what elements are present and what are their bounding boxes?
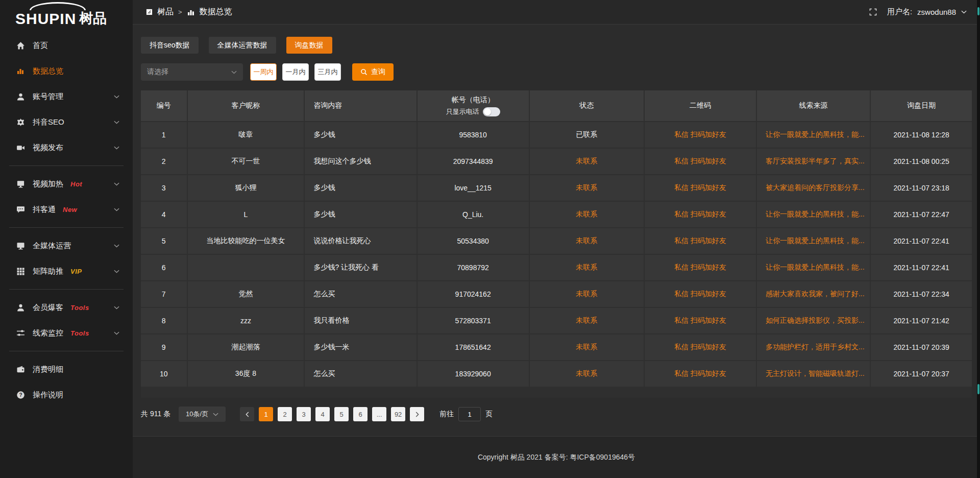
toggle-knob bbox=[484, 108, 491, 115]
source-link[interactable]: 如何正确选择投影仪，买投影... bbox=[766, 316, 865, 325]
qr-add-friend-link[interactable]: 私信 扫码加好友 bbox=[674, 210, 726, 219]
sidebar-item-member-burst[interactable]: 会员爆客 Tools bbox=[0, 295, 133, 320]
cell-content: 多少钱? 让我死心 看 bbox=[305, 255, 416, 280]
goto-page-input[interactable] bbox=[458, 407, 481, 421]
source-link[interactable]: 无主灯设计，智能磁吸轨道灯... bbox=[766, 369, 865, 378]
sidebar-item-home[interactable]: 首页 bbox=[0, 33, 133, 58]
column-header-nickname: 客户昵称 bbox=[188, 90, 304, 121]
cell-account: 2097344839 bbox=[418, 149, 529, 174]
period-button-1[interactable]: 一月内 bbox=[282, 63, 309, 81]
page-button-92[interactable]: 92 bbox=[391, 407, 405, 421]
sidebar-item-label: 会员爆客 bbox=[33, 303, 63, 313]
cell-status: 未联系 bbox=[530, 308, 644, 333]
cell-date: 2021-11-07 21:42 bbox=[871, 308, 972, 333]
filter-select[interactable]: 请选择 bbox=[141, 63, 243, 81]
sidebar-item-matrix-boost[interactable]: 矩阵助推 VIP bbox=[0, 258, 133, 284]
cell-number: 8 bbox=[141, 308, 187, 333]
source-link[interactable]: 让你一眼就爱上的黑科技，能... bbox=[766, 130, 865, 139]
cell-date: 2021-11-07 22:41 bbox=[871, 228, 972, 254]
breadcrumb-root[interactable]: 树品 bbox=[157, 7, 174, 17]
qr-add-friend-link[interactable]: 私信 扫码加好友 bbox=[674, 316, 726, 325]
sidebar-divider bbox=[9, 351, 124, 351]
scrollbar-thumb-bottom[interactable] bbox=[977, 384, 979, 394]
qr-add-friend-link[interactable]: 私信 扫码加好友 bbox=[674, 343, 726, 352]
sidebar-item-video-heat[interactable]: 视频加热 Hot bbox=[0, 171, 133, 197]
qr-add-friend-link[interactable]: 私信 扫码加好友 bbox=[674, 263, 726, 272]
sidebar-item-douyin-seo[interactable]: 抖音SEO bbox=[0, 109, 133, 135]
page-button-6[interactable]: 6 bbox=[353, 407, 368, 421]
scrollbar[interactable] bbox=[977, 0, 980, 478]
page-button-4[interactable]: 4 bbox=[315, 407, 330, 421]
source-link[interactable]: 多功能护栏灯，适用于乡村文... bbox=[766, 343, 865, 352]
bar-chart-icon bbox=[16, 67, 25, 76]
table-row: 6 多少钱? 让我死心 看 70898792 未联系 私信 扫码加好友 让你一眼… bbox=[141, 255, 972, 280]
header-right: 用户名: zswodun88 bbox=[869, 7, 967, 17]
sidebar-item-media-operation[interactable]: 全媒体运营 bbox=[0, 233, 133, 258]
next-page-button[interactable] bbox=[410, 407, 424, 421]
cell-source: 无主灯设计，智能磁吸轨道灯... bbox=[757, 361, 870, 387]
source-link[interactable]: 让你一眼就爱上的黑科技，能... bbox=[766, 210, 865, 219]
page-size-select[interactable]: 10条/页 bbox=[179, 407, 226, 422]
chevron-down-icon bbox=[114, 208, 119, 211]
cell-nickname: 潮起潮落 bbox=[188, 334, 304, 360]
sidebar-item-data-overview[interactable]: 数据总览 bbox=[0, 58, 133, 84]
page-size-value: 10条/页 bbox=[186, 410, 208, 419]
tab-0[interactable]: 抖音seo数据 bbox=[141, 37, 199, 54]
cell-qrcode: 私信 扫码加好友 bbox=[645, 281, 756, 307]
page-button-1[interactable]: 1 bbox=[259, 407, 273, 421]
cell-qrcode: 私信 扫码加好友 bbox=[645, 308, 756, 333]
sidebar-item-label: 消费明细 bbox=[33, 365, 63, 374]
chevron-down-icon[interactable] bbox=[961, 10, 967, 14]
table-row: 7 觉然 怎么买 917024162 未联系 私信 扫码加好友 感谢大家喜欢我家… bbox=[141, 281, 972, 307]
source-link[interactable]: 被大家追着问的客厅投影分享... bbox=[766, 183, 865, 193]
period-button-0[interactable]: 一周内 bbox=[250, 63, 277, 81]
sidebar-item-video-publish[interactable]: 视频发布 bbox=[0, 135, 133, 160]
cell-source: 让你一眼就爱上的黑科技，能... bbox=[757, 202, 870, 227]
qr-add-friend-link[interactable]: 私信 扫码加好友 bbox=[674, 290, 726, 299]
cell-source: 客厅安装投影半年多了，真实... bbox=[757, 149, 870, 174]
qr-add-friend-link[interactable]: 私信 扫码加好友 bbox=[674, 369, 726, 378]
cell-status: 已联系 bbox=[530, 122, 644, 148]
username-value[interactable]: zswodun88 bbox=[917, 8, 956, 16]
page-button-5[interactable]: 5 bbox=[334, 407, 349, 421]
column-header-account: 帐号（电话） 只显示电话 bbox=[418, 90, 529, 121]
tab-1[interactable]: 全媒体运营数据 bbox=[209, 37, 276, 54]
fullscreen-icon[interactable] bbox=[869, 8, 877, 16]
breadcrumb-separator: > bbox=[178, 8, 182, 16]
page-unit-label: 页 bbox=[485, 410, 493, 419]
member-icon bbox=[16, 303, 25, 312]
cell-content: 多少钱 bbox=[305, 175, 416, 201]
cell-nickname: L bbox=[188, 202, 304, 227]
qr-add-friend-link[interactable]: 私信 扫码加好友 bbox=[674, 183, 726, 193]
phone-only-toggle[interactable] bbox=[483, 107, 500, 116]
source-link[interactable]: 让你一眼就爱上的黑科技，能... bbox=[766, 263, 865, 272]
qr-add-friend-link[interactable]: 私信 扫码加好友 bbox=[674, 236, 726, 246]
sidebar-item-clue-monitor[interactable]: 线索监控 Tools bbox=[0, 320, 133, 346]
sliders-icon bbox=[16, 329, 25, 338]
chevron-down-icon bbox=[213, 413, 218, 416]
source-link[interactable]: 客厅安装投影半年多了，真实... bbox=[766, 157, 865, 166]
source-link[interactable]: 感谢大家喜欢我家，被问了好... bbox=[766, 290, 865, 299]
page-button-3[interactable]: 3 bbox=[297, 407, 311, 421]
sidebar-item-douketong[interactable]: 抖客通 New bbox=[0, 197, 133, 222]
qr-add-friend-link[interactable]: 私信 扫码加好友 bbox=[674, 157, 726, 166]
period-button-2[interactable]: 三月内 bbox=[314, 63, 341, 81]
query-button[interactable]: 查询 bbox=[352, 63, 394, 81]
cell-date: 2021-11-07 22:41 bbox=[871, 255, 972, 280]
page-ellipsis-button[interactable]: ... bbox=[372, 407, 386, 421]
cell-qrcode: 私信 扫码加好友 bbox=[645, 149, 756, 174]
sidebar-item-label: 首页 bbox=[33, 41, 48, 51]
cell-account: Q_Liu. bbox=[418, 202, 529, 227]
prev-page-button[interactable] bbox=[240, 407, 254, 421]
scrollbar-thumb-top[interactable] bbox=[977, 7, 979, 15]
footer: Copyright 树品 2021 备案号: 粤ICP备09019646号 bbox=[133, 436, 980, 478]
qr-add-friend-link[interactable]: 私信 扫码加好友 bbox=[674, 130, 726, 139]
sidebar-item-consume-detail[interactable]: 消费明细 bbox=[0, 356, 133, 382]
tab-2[interactable]: 询盘数据 bbox=[286, 37, 332, 54]
sidebar-item-account-manage[interactable]: 账号管理 bbox=[0, 84, 133, 109]
column-header-source: 线索来源 bbox=[757, 90, 870, 121]
sidebar-item-help[interactable]: ? 操作说明 bbox=[0, 382, 133, 408]
page-buttons: 123456...92 bbox=[259, 407, 405, 421]
page-button-2[interactable]: 2 bbox=[278, 407, 292, 421]
source-link[interactable]: 让你一眼就爱上的黑科技，能... bbox=[766, 236, 865, 246]
